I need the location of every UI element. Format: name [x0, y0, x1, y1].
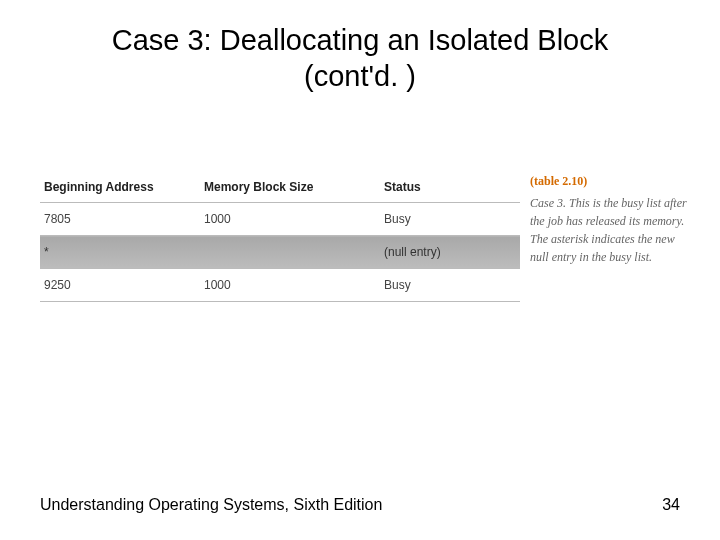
- cell-size: 1000: [200, 203, 380, 236]
- cell-status: Busy: [380, 269, 520, 302]
- table-row: 9250 1000 Busy: [40, 269, 520, 302]
- table-header-row: Beginning Address Memory Block Size Stat…: [40, 172, 520, 203]
- title-line-1: Case 3: Deallocating an Isolated Block: [112, 24, 609, 56]
- slide-title: Case 3: Deallocating an Isolated Block (…: [0, 22, 720, 95]
- cell-address: 7805: [40, 203, 200, 236]
- cell-size: 1000: [200, 269, 380, 302]
- cell-size: [200, 236, 380, 269]
- cell-address: *: [40, 236, 200, 269]
- table-row: 7805 1000 Busy: [40, 203, 520, 236]
- col-header-size: Memory Block Size: [200, 172, 380, 203]
- footer-page-number: 34: [662, 496, 680, 514]
- table-caption-text: Case 3. This is the busy list after the …: [530, 196, 687, 264]
- table-label: (table 2.10): [530, 172, 695, 190]
- title-line-2: (cont'd. ): [304, 60, 416, 92]
- table-row-null: * (null entry): [40, 236, 520, 269]
- col-header-address: Beginning Address: [40, 172, 200, 203]
- cell-address: 9250: [40, 269, 200, 302]
- busy-list-table: Beginning Address Memory Block Size Stat…: [40, 172, 520, 302]
- slide: Case 3: Deallocating an Isolated Block (…: [0, 0, 720, 540]
- cell-status: (null entry): [380, 236, 520, 269]
- table-caption-sidebar: (table 2.10) Case 3. This is the busy li…: [530, 172, 695, 266]
- col-header-status: Status: [380, 172, 520, 203]
- footer-book-title: Understanding Operating Systems, Sixth E…: [40, 496, 382, 514]
- cell-status: Busy: [380, 203, 520, 236]
